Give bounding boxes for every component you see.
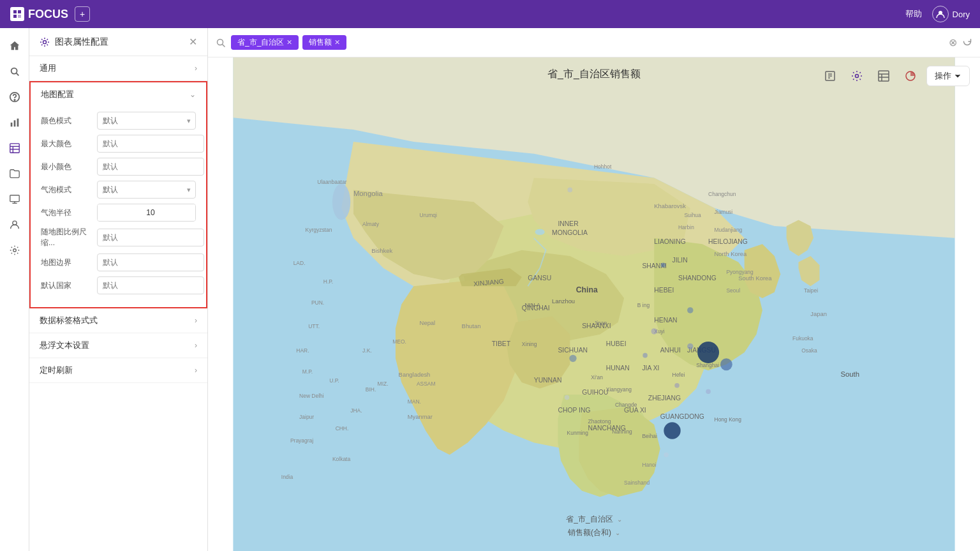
svg-text:JHA.: JHA. [350, 407, 362, 414]
search-tag-province: 省_市_自治区 ✕ [231, 35, 299, 50]
svg-text:Harbin: Harbin [678, 224, 694, 230]
max-color-input[interactable] [97, 135, 204, 153]
color-mode-select-wrapper: 默认 [97, 112, 196, 130]
max-color-row: 最大颜色 [41, 135, 196, 153]
svg-point-35 [332, 184, 350, 220]
general-section-label: 通用 [40, 63, 56, 74]
panel-close-button[interactable]: ✕ [189, 36, 197, 48]
svg-text:Changde: Changde [615, 402, 637, 408]
max-color-label: 最大颜色 [41, 139, 92, 149]
general-section-header[interactable]: 通用 › [29, 56, 207, 80]
bubble-mode-select[interactable]: 默认 [97, 181, 196, 199]
min-color-input[interactable] [97, 158, 204, 176]
sidebar-item-chart[interactable] [3, 111, 26, 134]
settings-button[interactable] [846, 65, 868, 87]
bubble-radius-input[interactable] [98, 204, 196, 221]
svg-point-134 [651, 328, 657, 334]
color-mode-row: 颜色模式 默认 [41, 112, 196, 130]
operations-button[interactable]: 操作 [926, 66, 970, 86]
svg-text:Hohhot: Hohhot [594, 163, 612, 170]
svg-text:Pyongyang: Pyongyang [726, 269, 754, 275]
help-button[interactable]: 帮助 [905, 8, 922, 20]
hover-text-section-label: 悬浮文本设置 [40, 340, 89, 351]
map-config-header[interactable]: 地图配置 ⌄ [31, 82, 206, 107]
min-color-row: 最小颜色 [41, 158, 196, 176]
map-legend: 省_市_自治区 ⌄ 销售额(合和) ⌄ [566, 514, 621, 538]
svg-line-6 [16, 73, 19, 76]
search-tag-province-close[interactable]: ✕ [286, 38, 292, 47]
search-tag-sales: 销售额 ✕ [302, 35, 346, 50]
map-border-input[interactable] [97, 253, 204, 271]
svg-text:Japan: Japan [810, 310, 827, 317]
sidebar-item-folder[interactable] [3, 162, 26, 185]
user-menu[interactable]: Dory [932, 6, 970, 22]
svg-text:Hong Kong: Hong Kong [715, 416, 742, 423]
svg-text:U.P.: U.P. [329, 377, 339, 384]
data-label-section-header[interactable]: 数据标签格式式 › [29, 308, 207, 333]
svg-text:TIBET: TIBET [492, 340, 511, 347]
svg-text:Bishkek: Bishkek [371, 247, 392, 254]
hover-text-section-header[interactable]: 悬浮文本设置 › [29, 333, 207, 358]
sidebar-item-user[interactable] [3, 213, 26, 236]
svg-text:CHOP  ING: CHOP ING [558, 407, 590, 414]
svg-text:GUA  XI: GUA XI [624, 407, 646, 414]
map-area[interactable]: XINJIANG QINGHAI China INNER MONGOLIA SH… [208, 57, 980, 551]
svg-text:MONGOLIA: MONGOLIA [552, 229, 588, 236]
search-refresh-button[interactable] [962, 36, 972, 49]
svg-point-20 [13, 249, 16, 252]
svg-text:Seoul: Seoul [726, 287, 740, 294]
svg-text:ANHUI: ANHUI [660, 347, 681, 354]
svg-text:New Delhi: New Delhi [299, 393, 324, 399]
sidebar-item-table[interactable] [3, 137, 26, 160]
svg-point-138 [664, 452, 669, 457]
svg-point-136 [565, 395, 570, 400]
svg-text:Nepal: Nepal [420, 319, 436, 326]
map-scale-input[interactable] [97, 229, 204, 246]
sidebar-item-help[interactable] [3, 86, 26, 109]
bubble-mode-label: 气泡模式 [41, 185, 92, 195]
download-button[interactable] [819, 65, 841, 87]
svg-point-141 [674, 383, 679, 388]
svg-text:Xining: Xining [522, 341, 537, 347]
properties-panel: 图表属性配置 ✕ 通用 › 地图配置 ⌄ 颜色模式 默认 [29, 28, 208, 551]
svg-text:LAD.: LAD. [293, 260, 306, 266]
add-tab-button[interactable]: + [75, 6, 90, 22]
svg-rect-3 [18, 15, 21, 18]
operations-label: 操作 [935, 70, 951, 82]
sidebar-item-monitor[interactable] [3, 188, 26, 211]
svg-text:Jiamusi: Jiamusi [715, 209, 733, 215]
table-view-button[interactable] [873, 65, 895, 87]
bubble-radius-label: 气泡半径 [41, 208, 92, 218]
svg-text:HENAN: HENAN [654, 317, 677, 324]
svg-text:MEO.: MEO. [392, 338, 406, 345]
svg-text:MIZ.: MIZ. [378, 381, 389, 387]
default-country-input[interactable] [97, 276, 204, 294]
svg-text:GUIHOU: GUIHOU [582, 389, 608, 396]
sidebar-item-search[interactable] [3, 60, 26, 83]
color-mode-select[interactable]: 默认 [97, 112, 196, 130]
search-clear-button[interactable]: ⊗ [949, 36, 957, 49]
chart-container: 操作 省_市_自治区销售额 [208, 57, 980, 551]
svg-point-130 [720, 358, 732, 370]
auto-refresh-section-label: 定时刷新 [40, 365, 73, 376]
auto-refresh-section-header[interactable]: 定时刷新 › [29, 358, 207, 382]
search-tag-sales-close[interactable]: ✕ [334, 38, 340, 47]
svg-rect-29 [879, 71, 889, 81]
svg-rect-9 [10, 123, 12, 126]
svg-point-5 [11, 68, 17, 74]
svg-text:Mudanjiang: Mudanjiang [715, 227, 743, 233]
min-color-label: 最小颜色 [41, 162, 92, 172]
svg-text:Hefei: Hefei [672, 372, 685, 378]
svg-point-28 [856, 75, 859, 78]
user-avatar [932, 6, 949, 22]
svg-text:INNER: INNER [558, 220, 578, 227]
svg-text:GUANGDONG: GUANGDONG [660, 413, 704, 420]
svg-text:South Korea: South Korea [738, 275, 772, 282]
auto-refresh-chevron-icon: › [195, 366, 197, 375]
map-config-content: 颜色模式 默认 最大颜色 最小颜色 气泡模式 [31, 107, 206, 307]
sidebar-item-home[interactable] [3, 34, 26, 57]
svg-text:HUBEI: HUBEI [606, 340, 627, 347]
pie-chart-button[interactable] [900, 65, 921, 87]
svg-text:Urumqi: Urumqi [420, 212, 437, 218]
sidebar-item-settings[interactable] [3, 239, 26, 262]
